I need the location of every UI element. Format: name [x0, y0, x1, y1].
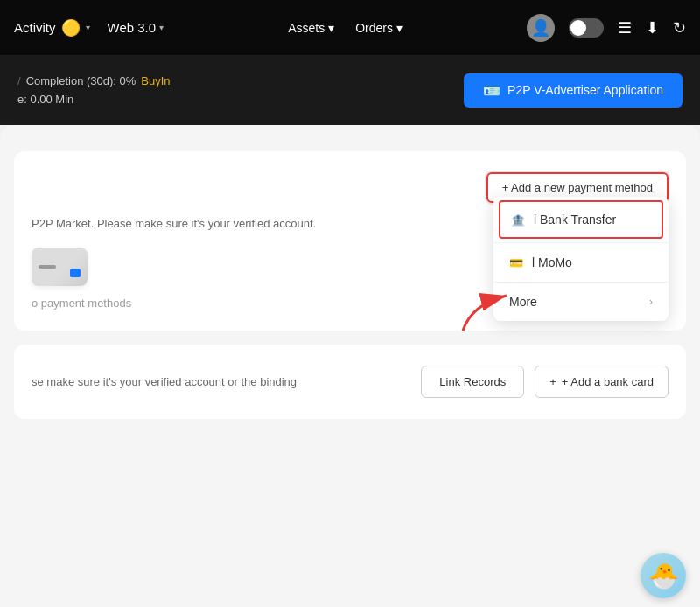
activity-chevron: ▾: [86, 23, 90, 32]
nav-activity[interactable]: Activity 🟡 ▾: [14, 18, 90, 38]
orders-chevron: ▾: [396, 21, 402, 35]
activity-emoji: 🟡: [61, 18, 80, 38]
refresh-icon[interactable]: ↻: [673, 18, 686, 38]
list-icon[interactable]: ☰: [618, 18, 632, 38]
momo-label: l MoMo: [532, 255, 572, 269]
avatar[interactable]: 👤: [527, 14, 555, 42]
main-content: + Add a new payment method P2P Market. P…: [0, 125, 700, 607]
card-icon: [32, 248, 88, 286]
assets-label: Assets: [288, 21, 325, 35]
link-records-label: Link Records: [439, 375, 506, 388]
completion-stat: / Completion (30d): 0% BuyIn: [18, 74, 171, 87]
bank-transfer-label: l Bank Transfer: [534, 213, 616, 227]
payment-subtitle: P2P Market. Please make sure it's your v…: [32, 217, 364, 230]
navbar: Activity 🟡 ▾ Web 3.0 ▾ Assets ▾ Orders ▾…: [0, 0, 700, 55]
toggle-switch[interactable]: [569, 18, 604, 38]
p2p-btn-icon: 🪪: [483, 82, 500, 99]
add-bank-label: + Add a bank card: [562, 375, 654, 388]
nav-left: Activity 🟡 ▾ Web 3.0 ▾: [14, 18, 164, 38]
bottom-section: se make sure it's your verified account …: [14, 345, 686, 419]
add-bank-button[interactable]: + + Add a bank card: [535, 366, 668, 398]
add-payment-label: + Add a new payment method: [502, 181, 653, 194]
payment-section: + Add a new payment method P2P Market. P…: [14, 151, 686, 331]
nav-web3[interactable]: Web 3.0 ▾: [108, 20, 164, 35]
p2p-advertiser-btn[interactable]: 🪪 P2P V-Advertiser Application: [464, 73, 682, 108]
slash: /: [18, 74, 21, 87]
toggle-dot: [570, 20, 586, 36]
arrow-indicator: [454, 287, 524, 343]
orders-label: Orders: [355, 21, 393, 35]
nav-assets[interactable]: Assets ▾: [288, 21, 334, 35]
p2p-btn-label: P2P V-Advertiser Application: [508, 83, 663, 97]
bottom-text: se make sure it's your verified account …: [32, 375, 297, 388]
link-records-button[interactable]: Link Records: [421, 366, 524, 398]
nav-center: Assets ▾ Orders ▾: [164, 21, 527, 35]
nav-orders[interactable]: Orders ▾: [355, 21, 402, 35]
plus-icon: +: [550, 375, 556, 388]
arrow-svg: [454, 287, 524, 339]
activity-label: Activity: [14, 20, 56, 35]
web3-label: Web 3.0: [108, 20, 157, 35]
chevron-right-icon: ›: [649, 296, 653, 308]
bank-icon: 🏦: [511, 213, 525, 227]
dropdown-bank-transfer[interactable]: 🏦 l Bank Transfer: [499, 200, 663, 239]
floating-avatar[interactable]: 🐣: [640, 553, 686, 598]
dropdown-momo[interactable]: 💳 l MoMo: [494, 243, 668, 282]
assets-chevron: ▾: [328, 21, 334, 35]
download-icon[interactable]: ⬇: [646, 18, 659, 38]
momo-icon: 💳: [509, 256, 523, 269]
secondary-bar: / Completion (30d): 0% BuyIn e: 0.00 Min…: [0, 55, 700, 125]
time-label: e: 0.00 Min: [18, 93, 171, 106]
bottom-actions: Link Records + + Add a bank card: [421, 366, 668, 398]
secondary-left: / Completion (30d): 0% BuyIn e: 0.00 Min: [18, 74, 171, 106]
buyin-link[interactable]: BuyIn: [141, 74, 170, 87]
completion-label: Completion (30d): 0%: [26, 74, 136, 87]
nav-right: 👤 ☰ ⬇ ↻: [527, 14, 686, 42]
